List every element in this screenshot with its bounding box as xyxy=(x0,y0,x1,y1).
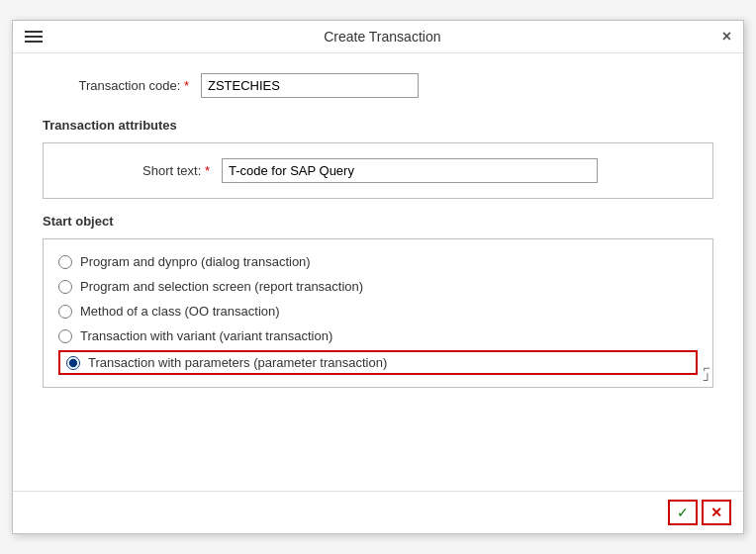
confirm-button[interactable]: ✓ xyxy=(668,500,698,525)
dialog-body: Transaction code: * Transaction attribut… xyxy=(13,53,743,491)
create-transaction-dialog: Create Transaction × Transaction code: *… xyxy=(12,20,744,534)
required-star: * xyxy=(184,78,189,93)
cancel-icon: ✕ xyxy=(710,505,722,520)
dialog-title: Create Transaction xyxy=(43,29,722,45)
radio-label-3[interactable]: Method of a class (OO transaction) xyxy=(80,304,280,319)
radio-input-5[interactable] xyxy=(66,356,80,370)
short-text-row: Short text: * xyxy=(63,158,693,183)
radio-item-5-selected[interactable]: Transaction with parameters (parameter t… xyxy=(58,350,698,375)
transaction-attributes-title: Transaction attributes xyxy=(43,118,713,133)
radio-group-wrapper: Program and dynpro (dialog transaction) … xyxy=(43,238,713,388)
transaction-code-label: Transaction code: * xyxy=(43,78,201,93)
dialog-header: Create Transaction × xyxy=(13,21,743,53)
resize-handle: ⌐┘ xyxy=(703,362,711,386)
radio-item-2[interactable]: Program and selection screen (report tra… xyxy=(58,274,698,299)
radio-input-3[interactable] xyxy=(58,305,72,319)
radio-item-3[interactable]: Method of a class (OO transaction) xyxy=(58,299,698,323)
short-text-label: Short text: * xyxy=(63,163,222,178)
radio-group: Program and dynpro (dialog transaction) … xyxy=(43,238,713,388)
header-left xyxy=(25,31,43,43)
radio-input-1[interactable] xyxy=(58,255,72,269)
close-button[interactable]: × xyxy=(722,29,731,45)
dialog-footer: ✓ ✕ xyxy=(13,491,743,533)
start-object-title: Start object xyxy=(43,214,713,229)
menu-icon[interactable] xyxy=(25,31,43,43)
radio-label-5[interactable]: Transaction with parameters (parameter t… xyxy=(88,355,387,370)
confirm-icon: ✓ xyxy=(677,505,689,520)
transaction-code-input[interactable] xyxy=(201,73,419,98)
transaction-attributes-box: Short text: * xyxy=(43,142,713,199)
radio-label-2[interactable]: Program and selection screen (report tra… xyxy=(80,279,363,294)
radio-input-4[interactable] xyxy=(58,329,72,343)
start-object-section: Start object Program and dynpro (dialog … xyxy=(43,214,713,388)
short-text-required-star: * xyxy=(205,163,210,178)
radio-item-4[interactable]: Transaction with variant (variant transa… xyxy=(58,323,698,348)
radio-label-4[interactable]: Transaction with variant (variant transa… xyxy=(80,328,332,343)
radio-item-1[interactable]: Program and dynpro (dialog transaction) xyxy=(58,249,698,274)
cancel-button[interactable]: ✕ xyxy=(702,500,731,525)
radio-label-1[interactable]: Program and dynpro (dialog transaction) xyxy=(80,254,311,269)
radio-input-2[interactable] xyxy=(58,280,72,294)
transaction-code-row: Transaction code: * xyxy=(43,73,713,98)
short-text-input[interactable] xyxy=(222,158,598,183)
